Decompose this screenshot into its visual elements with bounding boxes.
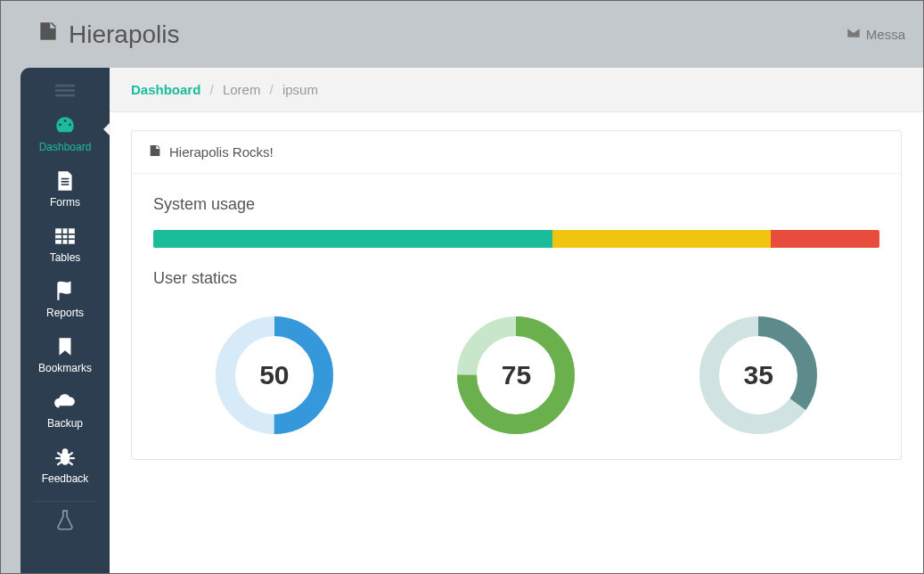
svg-point-16 (62, 448, 69, 455)
flask-icon[interactable] (20, 509, 110, 532)
sidebar-item-label: Feedback (20, 472, 110, 485)
panel-title: Hierapolis Rocks! (169, 144, 274, 160)
table-icon (20, 225, 110, 248)
sidebar-item-label: Bookmarks (20, 362, 110, 374)
svg-rect-0 (43, 24, 51, 27)
cloud-icon (20, 390, 110, 414)
sidebar-item-forms[interactable]: Forms (20, 162, 110, 217)
breadcrumb-separator: / (270, 82, 274, 97)
sidebar-separator (34, 501, 96, 502)
hamburger-toggle[interactable] (20, 75, 110, 107)
sidebar-item-backup[interactable]: Backup (20, 383, 110, 439)
dashboard-icon (20, 114, 110, 137)
donut-chart: 75 (454, 313, 578, 438)
envelope-icon (846, 26, 861, 43)
bookmark-icon (20, 335, 110, 358)
svg-point-4 (59, 124, 61, 127)
sidebar-item-reports[interactable]: Reports (20, 273, 110, 328)
sidebar-item-label: Backup (20, 417, 110, 430)
sidebar-item-bookmarks[interactable]: Bookmarks (20, 328, 110, 383)
brand-icon (37, 20, 60, 49)
sidebar-item-dashboard[interactable]: Dashboard (20, 107, 110, 162)
brand-label: Hierapolis (69, 20, 180, 49)
donut-value: 50 (212, 313, 337, 438)
sidebar-item-label: Reports (20, 307, 110, 319)
svg-rect-10 (55, 228, 75, 243)
sidebar-item-tables[interactable]: Tables (20, 217, 110, 273)
svg-rect-2 (55, 89, 75, 92)
panel-header: Hierapolis Rocks! (132, 131, 901, 174)
breadcrumb: Dashboard / Lorem / ipsum (110, 68, 923, 112)
flag-icon (20, 280, 110, 303)
breadcrumb-active[interactable]: Dashboard (131, 82, 200, 97)
svg-point-6 (69, 124, 71, 127)
svg-rect-9 (61, 184, 70, 185)
sidebar: Dashboard Forms Tables Reports (20, 68, 110, 573)
progress-segment (153, 230, 552, 248)
svg-rect-8 (61, 181, 70, 183)
sidebar-item-label: Forms (20, 196, 110, 209)
breadcrumb-item[interactable]: Lorem (223, 82, 261, 97)
svg-rect-7 (61, 178, 70, 180)
donut-chart: 50 (212, 313, 337, 438)
svg-line-21 (57, 462, 61, 464)
svg-line-19 (57, 453, 61, 455)
donut-chart: 35 (696, 313, 821, 438)
topbar: Hierapolis Messa (1, 1, 923, 68)
svg-rect-1 (55, 85, 75, 87)
content-area: Dashboard / Lorem / ipsum Hierapolis Roc… (110, 68, 923, 573)
svg-point-5 (64, 119, 67, 122)
progress-segment (552, 230, 771, 248)
sidebar-item-label: Dashboard (20, 141, 110, 153)
system-usage-progress (153, 230, 879, 248)
breadcrumb-item[interactable]: ipsum (282, 82, 318, 97)
svg-line-20 (69, 453, 72, 455)
sidebar-item-feedback[interactable]: Feedback (20, 439, 110, 494)
sidebar-item-label: Tables (20, 251, 110, 264)
main-panel: Hierapolis Rocks! System usage User stat… (131, 130, 902, 460)
system-usage-title: System usage (153, 195, 879, 214)
messages-label: Messa (866, 27, 905, 42)
panel-icon (148, 144, 162, 160)
breadcrumb-separator: / (210, 82, 214, 97)
svg-rect-3 (55, 94, 75, 97)
user-statics-title: User statics (153, 269, 879, 288)
donut-value: 35 (696, 313, 821, 438)
progress-segment (771, 230, 879, 248)
user-statics-row: 50 75 35 (153, 313, 879, 438)
messages-link[interactable]: Messa (846, 26, 905, 43)
brand[interactable]: Hierapolis (37, 20, 180, 49)
file-icon (20, 169, 110, 193)
svg-line-22 (69, 462, 72, 464)
bug-icon (20, 446, 110, 469)
donut-value: 75 (454, 313, 578, 438)
